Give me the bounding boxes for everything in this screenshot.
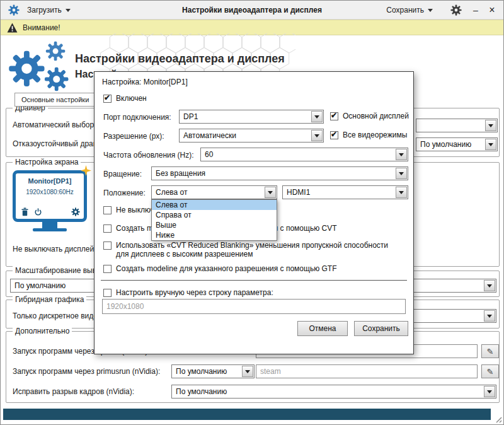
- manual-mode-input[interactable]: [102, 299, 406, 314]
- manual-label: Настроить вручную через строку параметра…: [116, 288, 273, 297]
- resolution-combo-value: Автоматически: [180, 129, 323, 142]
- save-menu-button[interactable]: Сохранить: [381, 1, 438, 20]
- tearing-combo[interactable]: По умолчанию: [171, 385, 496, 399]
- manual-checkbox-row[interactable]: Настроить вручную через строку параметра…: [103, 288, 273, 297]
- position-dropdown-list: Слева от Справа от Выше Ниже: [151, 199, 277, 241]
- minimize-button[interactable]: –: [468, 1, 483, 20]
- optirun-edit-button[interactable]: ✎: [481, 344, 499, 358]
- port-combo-value: DP1: [180, 110, 323, 123]
- trash-icon[interactable]: [21, 207, 29, 216]
- chevron-down-icon[interactable]: [396, 149, 407, 160]
- port-combo[interactable]: DP1: [179, 110, 324, 124]
- monitor-name: Monitor[DP1]: [16, 177, 84, 185]
- chevron-down-icon[interactable]: [484, 280, 495, 291]
- save-menu-label: Сохранить: [386, 6, 424, 15]
- refresh-label: Частота обновления (Hz):: [103, 151, 194, 160]
- primusrun-command-input[interactable]: [256, 364, 478, 378]
- monitor-stand: [42, 222, 57, 228]
- app-gear-icon: [8, 4, 20, 16]
- group-hybrid-legend: Гибридная графика: [13, 295, 86, 304]
- rotation-label: Вращение:: [103, 170, 142, 178]
- load-menu-button[interactable]: Загрузить: [22, 1, 76, 20]
- monitor-widget[interactable]: Monitor[DP1] 1920x1080:60Hz: [13, 170, 87, 222]
- group-extra-legend: Дополнительно: [13, 327, 72, 335]
- dropdown-option[interactable]: Ниже: [152, 230, 277, 240]
- monitor-stand-base: [33, 228, 67, 231]
- group-screen-legend: Настройка экрана: [13, 158, 81, 166]
- position-label: Положение:: [103, 189, 146, 197]
- window-title: Настройки видеоадаптера и дисплея: [95, 1, 409, 20]
- auto-driver-combo[interactable]: [416, 119, 498, 132]
- cvt-rb-checkbox-row[interactable]: Использовать «CVT Reduced Blanking» умен…: [103, 241, 393, 259]
- cvt-rb-label: Использовать «CVT Reduced Blanking» умен…: [116, 241, 393, 259]
- gtf-checkbox-row[interactable]: Создать modeline для указанного разрешен…: [103, 264, 337, 273]
- dialog-save-button[interactable]: Сохранить: [354, 321, 408, 336]
- primary-display-checkbox-row[interactable]: Основной дисплей: [330, 112, 409, 120]
- tab-main-settings[interactable]: Основные настройки: [14, 93, 96, 107]
- resize-grip[interactable]: [495, 416, 502, 423]
- chevron-down-icon[interactable]: [484, 386, 495, 397]
- chevron-down-icon[interactable]: [485, 139, 496, 150]
- all-modes-checkbox-row[interactable]: Все видеорежимы: [330, 131, 407, 139]
- app-window: Загрузить Настройки видеоадаптера и дисп…: [0, 0, 504, 425]
- monitor-mode: 1920x1080:60Hz: [16, 189, 84, 195]
- enabled-label: Включен: [116, 94, 147, 103]
- page-title: Настройки видеоадаптера и дисплея: [75, 52, 285, 66]
- cancel-button[interactable]: Отмена: [297, 321, 348, 336]
- chevron-down-icon[interactable]: [484, 310, 495, 322]
- primusrun-label: Запуск программ через primusrun (nVidia)…: [13, 367, 160, 376]
- port-label: Порт подключения:: [103, 113, 171, 122]
- position-combo[interactable]: Слева от: [151, 185, 277, 199]
- chevron-down-icon[interactable]: [311, 111, 323, 122]
- primary-display-checkbox[interactable]: [330, 112, 338, 120]
- status-bar: [3, 409, 491, 420]
- chevron-down-icon[interactable]: [396, 187, 407, 198]
- warning-icon: [7, 23, 18, 33]
- all-modes-label: Все видеорежимы: [343, 131, 407, 139]
- dropdown-option[interactable]: Слева от: [152, 200, 277, 210]
- refresh-combo[interactable]: 60: [200, 148, 408, 161]
- all-modes-checkbox[interactable]: [330, 131, 338, 139]
- chevron-down-icon[interactable]: [265, 187, 276, 198]
- enabled-checkbox[interactable]: [103, 95, 112, 103]
- cvt-checkbox[interactable]: [103, 224, 112, 233]
- refresh-combo-value: 60: [201, 148, 408, 161]
- chevron-down-icon: [428, 9, 433, 12]
- tearing-combo-value: По умолчанию: [172, 385, 496, 398]
- cvt-rb-checkbox[interactable]: [103, 242, 112, 250]
- primusrun-combo[interactable]: По умолчанию: [171, 364, 255, 378]
- dialog-dpms-checkbox[interactable]: [103, 206, 112, 214]
- monitor-gear-icon[interactable]: [71, 207, 80, 216]
- warning-text: Внимание!: [23, 23, 60, 32]
- dropdown-option[interactable]: Выше: [152, 220, 277, 230]
- dropdown-option[interactable]: Справа от: [152, 210, 277, 220]
- chevron-down-icon[interactable]: [311, 130, 323, 141]
- chevron-down-icon[interactable]: [396, 168, 407, 179]
- chevron-down-icon[interactable]: [242, 366, 253, 377]
- relative-to-combo[interactable]: HDMI1: [282, 185, 408, 199]
- edit-pencil-icon: ✎: [487, 347, 494, 356]
- chevron-down-icon: [66, 9, 71, 12]
- gears-logo-icon: [8, 41, 72, 95]
- tearing-label: Исправить разрыв кадров (nVidia):: [13, 387, 134, 396]
- primary-star-icon: [81, 165, 91, 176]
- close-button[interactable]: ×: [484, 1, 500, 20]
- power-icon[interactable]: [34, 208, 42, 216]
- dialog-separator: [101, 280, 407, 281]
- resolution-label: Разрешение (px):: [103, 132, 164, 141]
- load-menu-label: Загрузить: [27, 6, 62, 15]
- resolution-combo[interactable]: Автоматически: [179, 129, 324, 143]
- rotation-combo-value: Без вращения: [152, 167, 408, 180]
- chevron-down-icon[interactable]: [485, 120, 496, 131]
- gtf-checkbox[interactable]: [103, 265, 112, 273]
- enabled-checkbox-row[interactable]: Включен: [103, 94, 147, 103]
- fallback-driver-combo[interactable]: По умолчанию: [416, 137, 498, 151]
- dialog-title: Настройка: Monitor[DP1]: [102, 78, 188, 86]
- manual-checkbox[interactable]: [103, 289, 112, 297]
- primusrun-edit-button[interactable]: ✎: [481, 364, 499, 378]
- rotation-combo[interactable]: Без вращения: [151, 166, 408, 180]
- position-combo-value: Слева от: [152, 186, 277, 199]
- settings-gear-icon[interactable]: [450, 4, 462, 16]
- monitor-settings-dialog: Настройка: Monitor[DP1] Включен Порт под…: [94, 71, 414, 354]
- edit-pencil-icon: ✎: [487, 367, 494, 376]
